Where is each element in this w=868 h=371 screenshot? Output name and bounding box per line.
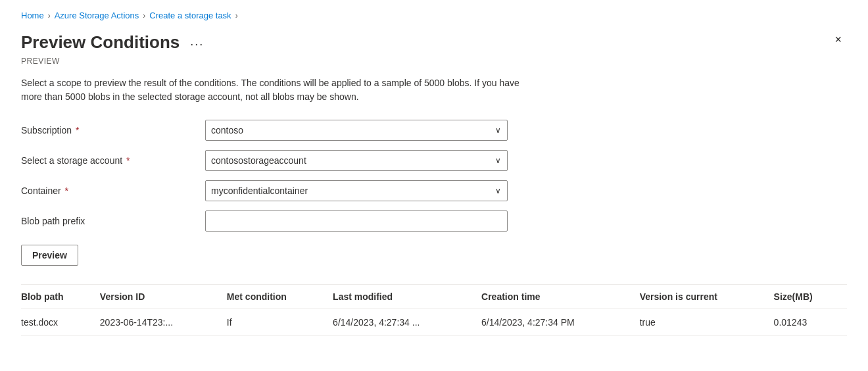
- cell-last-modified: 6/14/2023, 4:27:34 ...: [333, 309, 481, 336]
- container-label: Container *: [21, 186, 205, 196]
- container-dropdown-wrapper: myconfidentialcontainer ∨: [205, 180, 508, 201]
- storage-account-select[interactable]: contosostorageaccount: [205, 150, 508, 171]
- cell-version-id: 2023-06-14T23:...: [100, 309, 227, 336]
- table-row: test.docx 2023-06-14T23:... If 6/14/2023…: [21, 309, 847, 336]
- container-select[interactable]: myconfidentialcontainer: [205, 180, 508, 201]
- container-control: myconfidentialcontainer ∨: [205, 180, 508, 201]
- cell-version-is-current: true: [640, 309, 774, 336]
- subscription-dropdown-wrapper: contoso ∨: [205, 120, 508, 141]
- subscription-row: Subscription * contoso ∨: [21, 120, 847, 141]
- container-row: Container * myconfidentialcontainer ∨: [21, 180, 847, 201]
- container-required-star: *: [62, 186, 68, 196]
- cell-met-condition: If: [227, 309, 333, 336]
- breadcrumb-create-task[interactable]: Create a storage task: [149, 11, 231, 20]
- close-button[interactable]: ×: [829, 31, 847, 48]
- table-header-row: Blob path Version ID Met condition Last …: [21, 285, 847, 309]
- breadcrumb-azure-storage[interactable]: Azure Storage Actions: [55, 11, 139, 20]
- preview-badge: PREVIEW: [21, 57, 847, 66]
- table-header: Blob path Version ID Met condition Last …: [21, 285, 847, 309]
- cell-creation-time: 6/14/2023, 4:27:34 PM: [481, 309, 640, 336]
- subscription-required-star: *: [73, 125, 79, 136]
- col-blob-path: Blob path: [21, 285, 100, 309]
- ellipsis-button[interactable]: ···: [186, 35, 208, 54]
- table-body: test.docx 2023-06-14T23:... If 6/14/2023…: [21, 309, 847, 336]
- col-version-id: Version ID: [100, 285, 227, 309]
- results-table: Blob path Version ID Met condition Last …: [21, 285, 847, 336]
- cell-blob-path: test.docx: [21, 309, 100, 336]
- storage-account-control: contosostorageaccount ∨: [205, 150, 508, 171]
- breadcrumb: Home › Azure Storage Actions › Create a …: [21, 11, 847, 20]
- subscription-label: Subscription *: [21, 125, 205, 136]
- col-last-modified: Last modified: [333, 285, 481, 309]
- blob-path-prefix-row: Blob path prefix: [21, 210, 847, 232]
- storage-account-required-star: *: [124, 155, 130, 166]
- cell-size-mb: 0.01243: [774, 309, 847, 336]
- breadcrumb-separator-2: ›: [143, 11, 145, 20]
- description-text: Select a scope to preview the result of …: [21, 76, 534, 104]
- storage-account-dropdown-wrapper: contosostorageaccount ∨: [205, 150, 508, 171]
- breadcrumb-separator-1: ›: [48, 11, 51, 20]
- breadcrumb-separator-3: ›: [235, 11, 238, 20]
- storage-account-row: Select a storage account * contosostorag…: [21, 150, 847, 171]
- subscription-select[interactable]: contoso: [205, 120, 508, 141]
- col-creation-time: Creation time: [481, 285, 640, 309]
- subscription-control: contoso ∨: [205, 120, 508, 141]
- col-version-is-current: Version is current: [640, 285, 774, 309]
- blob-path-prefix-label: Blob path prefix: [21, 216, 205, 226]
- page-container: Home › Azure Storage Actions › Create a …: [0, 0, 868, 371]
- breadcrumb-home[interactable]: Home: [21, 11, 44, 20]
- form-section: Subscription * contoso ∨ Select a storag…: [21, 120, 847, 232]
- header-left: Preview Conditions ···: [21, 31, 208, 54]
- page-title: Preview Conditions: [21, 32, 180, 53]
- col-size-mb: Size(MB): [774, 285, 847, 309]
- col-met-condition: Met condition: [227, 285, 333, 309]
- blob-path-prefix-control: [205, 210, 508, 232]
- header: Preview Conditions ··· ×: [21, 31, 847, 54]
- storage-account-label: Select a storage account *: [21, 155, 205, 166]
- blob-path-prefix-input[interactable]: [205, 210, 508, 232]
- table-container: Blob path Version ID Met condition Last …: [21, 284, 847, 336]
- preview-button[interactable]: Preview: [21, 245, 78, 266]
